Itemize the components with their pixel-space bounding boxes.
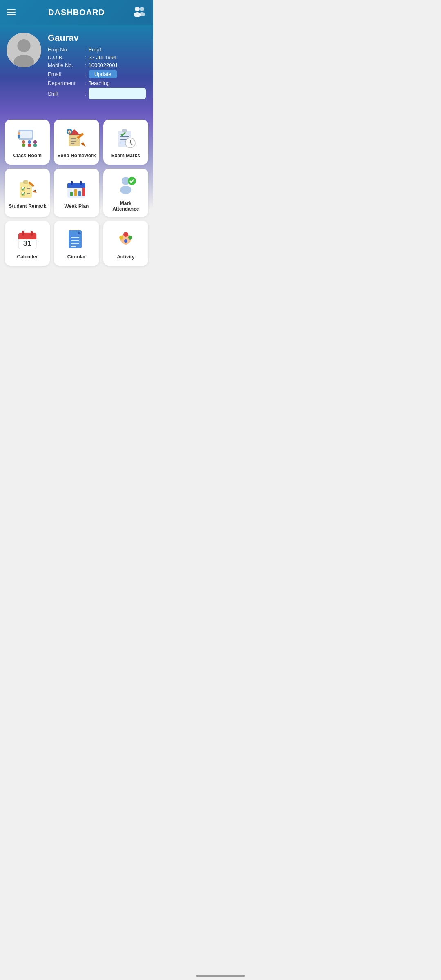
bottom-bar [0,272,153,354]
profile-name: Gaurav [48,33,147,43]
svg-point-11 [22,140,25,144]
svg-point-13 [28,140,31,144]
emp-row: Emp No. : Emp1 [48,47,147,53]
shift-label: Shift [48,91,85,97]
svg-rect-45 [67,186,85,188]
menu-button[interactable] [7,9,16,15]
grid-item-exam-marks[interactable]: Exam Marks [103,120,148,165]
activity-icon [115,229,137,251]
activity-label: Activity [117,254,134,260]
svg-rect-16 [33,144,37,147]
mobile-value: 1000022001 [89,62,118,68]
week-plan-label: Week Plan [65,203,89,209]
dept-label: Department [48,80,85,86]
svg-point-15 [33,140,37,144]
dob-value: 22-Jul-1994 [89,54,117,60]
grid-item-classroom[interactable]: Class Room [5,120,50,165]
grid-item-week-plan[interactable]: Week Plan [54,169,99,217]
svg-rect-57 [18,236,36,239]
grid-container: Class Room 🏠 [5,120,148,266]
svg-rect-48 [70,192,73,196]
email-row: Email : Update [48,70,147,78]
svg-text:🏠: 🏠 [67,129,72,134]
grid-item-calender[interactable]: 31 Calender [5,221,50,266]
email-label: Email [48,71,85,77]
svg-rect-8 [20,131,32,138]
svg-text:31: 31 [23,239,31,247]
exam-marks-label: Exam Marks [111,153,140,158]
shift-row: Shift : [48,88,147,99]
svg-point-53 [120,186,131,194]
svg-rect-27 [122,129,127,132]
shift-input[interactable] [89,88,146,99]
classroom-label: Class Room [13,153,41,158]
svg-rect-14 [28,144,31,147]
student-remark-label: Student Remark [9,203,46,209]
svg-rect-35 [23,180,28,184]
emp-value: Emp1 [89,47,102,53]
grid-item-mark-attendance[interactable]: Mark Attendance [103,169,148,217]
dob-row: D.O.B. : 22-Jul-1994 [48,54,147,60]
svg-rect-59 [22,231,24,236]
mark-attendance-label: Mark Attendance [107,200,145,212]
svg-rect-12 [22,144,25,147]
profile-section: Gaurav Emp No. : Emp1 D.O.B. : 22-Jul-19… [0,24,153,113]
mobile-label: Mobile No. [48,62,85,68]
svg-marker-41 [32,190,37,193]
svg-rect-47 [80,181,82,185]
send-homework-icon: 🏠 [65,127,87,149]
svg-rect-50 [78,191,81,196]
user-icon[interactable] [132,4,147,21]
svg-point-9 [18,132,20,135]
svg-point-2 [140,7,144,11]
send-homework-label: Send Homework [57,153,96,158]
classroom-icon [16,127,38,149]
grid-item-activity[interactable]: Activity [103,221,148,266]
grid-item-circular[interactable]: Circular [54,221,99,266]
calender-icon: 31 [16,229,38,251]
exam-marks-icon [115,127,137,149]
circular-icon [65,229,87,251]
mark-attendance-icon [115,175,137,197]
svg-rect-49 [74,189,77,196]
mobile-row: Mobile No. : 1000022001 [48,62,147,68]
svg-point-5 [18,39,31,52]
grid-item-send-homework[interactable]: 🏠 Send Homework [54,120,99,165]
dept-row: Department : Teaching [48,80,147,86]
svg-rect-10 [18,135,20,138]
svg-point-70 [119,236,123,240]
svg-rect-60 [31,231,33,236]
profile-info: Gaurav Emp No. : Emp1 D.O.B. : 22-Jul-19… [48,33,147,101]
grid-section: Class Room 🏠 [0,113,153,272]
svg-rect-46 [71,181,73,185]
circular-label: Circular [67,254,86,260]
update-email-button[interactable]: Update [89,70,117,78]
dob-label: D.O.B. [48,54,85,60]
svg-marker-20 [81,142,86,147]
svg-point-69 [128,236,132,240]
svg-point-3 [139,12,145,16]
avatar [7,33,41,67]
svg-rect-51 [82,188,85,196]
dept-value: Teaching [89,80,110,86]
svg-point-68 [123,232,128,237]
header-title: DASHBOARD [48,8,105,17]
calender-label: Calender [17,254,38,260]
emp-label: Emp No. [48,47,85,53]
svg-point-0 [135,7,140,11]
header: DASHBOARD [0,0,153,24]
week-plan-icon [65,178,87,200]
grid-item-student-remark[interactable]: Student Remark [5,169,50,217]
svg-point-71 [124,239,127,243]
student-remark-icon [16,178,38,200]
